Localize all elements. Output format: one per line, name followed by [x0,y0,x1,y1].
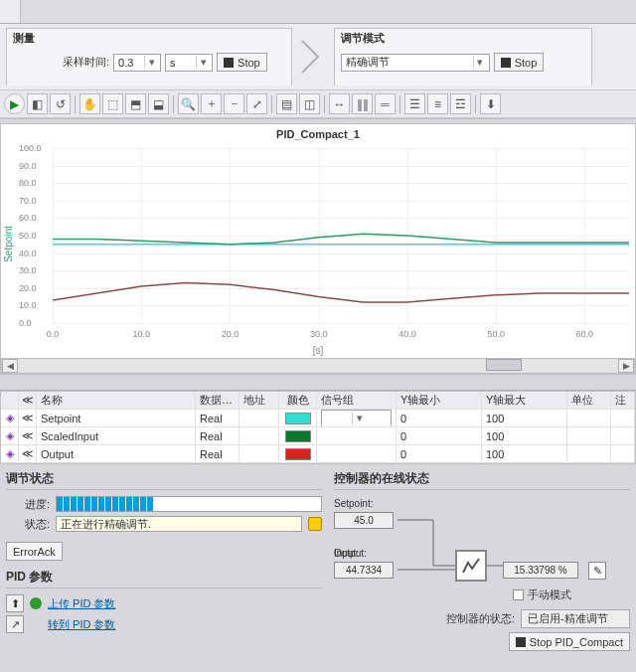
color-swatch[interactable] [285,413,311,424]
stop-tuning-button[interactable]: Stop [494,53,545,72]
export-button[interactable]: ⬇ [480,93,501,114]
cell-datatype: Real [196,445,239,462]
top-tabstrip [0,0,636,24]
cell-datatype: Real [196,427,239,444]
sample-time-label: 采样时间: [63,55,109,70]
cell-ymin[interactable]: 0 [397,445,482,462]
panel-measurement: 测量 采样时间: 0.3▾ s▾ Stop [6,28,292,85]
tool-btn[interactable]: ▤ [276,93,297,114]
row-vis-icon[interactable]: ≪ [19,445,37,462]
cell-ymax[interactable]: 100 [482,410,567,426]
chart-toolbar: ▶ ◧ ↺ ✋ ⬚ ⬒ ⬓ 🔍 ＋ － ⤢ ▤ ◫ ↔ ‖‖ ═ ☰ ≡ ☲ ⬇ [0,89,636,118]
col-ymax[interactable]: Y轴最大 [482,392,567,409]
col-addr[interactable]: 地址 [239,392,279,409]
manual-mode-label: 手动模式 [528,588,571,602]
stop-icon [516,637,526,647]
stop-icon [224,58,234,68]
cell-datatype: Real [196,410,239,426]
color-swatch[interactable] [285,430,311,442]
goto-icon: ↗ [6,615,24,633]
panel-title: 测量 [13,31,35,46]
tool-btn[interactable]: ◫ [299,93,320,114]
cell-name: Output [37,445,196,462]
sample-time-dropdown[interactable]: 0.3▾ [113,54,161,72]
tool-btn[interactable]: ↔ [329,93,350,114]
cell-ymax[interactable]: 100 [482,445,567,462]
col-color[interactable]: 颜色 [279,392,317,409]
status-label: 状态: [6,517,50,532]
row-vis-icon[interactable]: ≪ [19,410,37,426]
manual-mode-checkbox[interactable] [513,589,524,600]
cell-ymin[interactable]: 0 [397,410,482,426]
stop-pid-button[interactable]: Stop PID_Compact [509,632,630,651]
goto-pid-link[interactable]: 转到 PID 参数 [48,617,115,632]
tool-btn[interactable]: ☰ [404,93,425,114]
x-axis-label: [s] [1,343,635,358]
controller-state-value: 已启用-精准调节 [521,609,630,628]
tool-btn[interactable]: ⬓ [148,93,169,114]
chart-scrollbar[interactable]: ◀ ▶ [1,358,635,374]
tab[interactable] [0,0,21,23]
plot-canvas[interactable]: 0.010.020.030.040.050.060.070.080.090.01… [15,144,635,343]
upload-pid-link[interactable]: 上传 PID 参数 [48,596,115,611]
col-note[interactable]: 注 [611,392,635,409]
cell-name: ScaledInput [37,427,196,444]
tool-btn[interactable]: ↺ [50,93,71,114]
upload-icon: ⬆ [6,594,24,612]
progress-bar [56,496,322,512]
tool-btn[interactable]: ≡ [427,93,448,114]
col-unit[interactable]: 单位 [567,392,611,409]
stop-icon [501,58,511,68]
pan-button[interactable]: ✋ [80,93,100,114]
siggrp-dropdown[interactable]: ▾ [321,410,392,426]
row-tag-icon: ◈ [1,445,19,462]
zoom-out-button[interactable]: ＋ [201,93,222,114]
table-row[interactable]: ◈≪ScaledInputReal0100 [1,427,635,445]
progress-label: 进度: [6,497,50,512]
panel-title: 调节模式 [341,31,385,46]
tool-btn[interactable]: ☲ [450,93,471,114]
record-button[interactable]: ▶ [4,93,25,114]
pid-params-title: PID 参数 [6,569,322,588]
row-vis-icon[interactable]: ≪ [19,427,37,444]
row-tag-icon: ◈ [1,410,19,426]
chart-title: PID_Compact_1 [1,124,635,144]
col-name[interactable]: 名称 [37,392,196,409]
panel-mode: 调节模式 精确调节▾ Stop [334,28,592,85]
zoom-in-button[interactable]: 🔍 [178,93,199,114]
tool-btn[interactable]: ⬒ [125,93,146,114]
tuning-mode-dropdown[interactable]: 精确调节▾ [341,54,490,72]
sample-unit-dropdown[interactable]: s▾ [165,54,213,72]
tool-btn[interactable]: ‖‖ [352,93,373,114]
errorack-button[interactable]: ErrorAck [6,542,63,561]
col-siggrp[interactable]: 信号组 [317,392,397,409]
col-datatype[interactable]: 数据… [196,392,239,409]
arrow-separator [298,33,328,81]
scroll-left-button[interactable]: ◀ [2,359,18,373]
ribbon: 测量 采样时间: 0.3▾ s▾ Stop 调节模式 精确调节▾ Stop [0,24,636,89]
controller-status-title: 控制器的在线状态 [334,470,630,490]
table-row[interactable]: ◈≪SetpointReal▾0100 [1,410,635,427]
signal-table: ≪ 名称 数据… 地址 颜色 信号组 Y轴最小 Y轴最大 单位 注 ◈≪Setp… [0,391,636,464]
warning-icon [308,517,322,531]
y-axis-label: Setpoint [1,144,15,343]
tool-btn[interactable]: ⤢ [246,93,267,114]
col-ymin[interactable]: Y轴最小 [397,392,482,409]
stop-measurement-button[interactable]: Stop [217,53,267,72]
table-row[interactable]: ◈≪OutputReal0100 [1,445,635,463]
controller-state-label: 控制器的状态: [446,611,515,626]
controller-diagram: Setpoint: 45.0 Input: 44.7334 Output: 15… [334,496,630,605]
cell-name: Setpoint [37,410,196,426]
table-header-row: ≪ 名称 数据… 地址 颜色 信号组 Y轴最小 Y轴最大 单位 注 [1,392,635,410]
chart-area: PID_Compact_1 Setpoint 0.010.020.030.040… [0,123,636,375]
zoom-reset-button[interactable]: － [224,93,244,114]
scroll-right-button[interactable]: ▶ [618,359,634,373]
tool-btn[interactable]: ◧ [27,93,48,114]
zoom-area-button[interactable]: ⬚ [102,93,123,114]
cell-ymax[interactable]: 100 [482,427,567,444]
tuning-status-title: 调节状态 [6,470,322,490]
row-tag-icon: ◈ [1,427,19,444]
cell-ymin[interactable]: 0 [397,427,482,444]
tool-btn[interactable]: ═ [375,93,396,114]
color-swatch[interactable] [285,448,311,460]
